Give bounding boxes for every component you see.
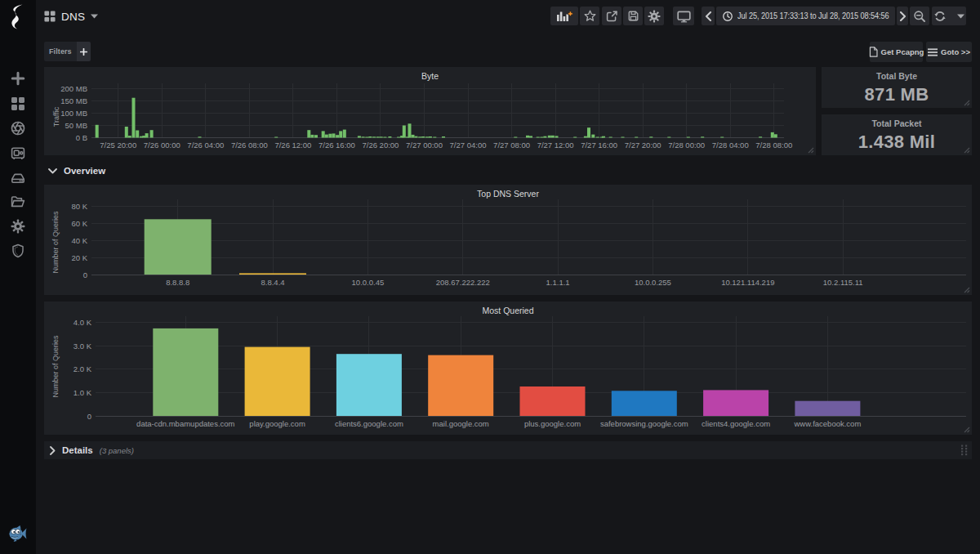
clock-icon: [722, 11, 733, 22]
panel-resize-handle[interactable]: [964, 100, 970, 106]
panel-resize-handle[interactable]: [964, 427, 970, 433]
panel-byte: Byte Traffic 7/25 20:007/26 00:007/26 04…: [44, 67, 816, 155]
chevron-down-icon: [48, 168, 57, 174]
svg-text:7/28 00:00: 7/28 00:00: [668, 141, 705, 150]
top-dns-server-chart[interactable]: 8.8.8.88.8.4.410.0.0.45208.67.222.2221.1…: [44, 185, 972, 295]
sidebar-item-dashboards[interactable]: [11, 96, 25, 111]
byte-chart[interactable]: 7/25 20:007/26 00:007/26 04:007/26 08:00…: [44, 67, 816, 155]
time-forward-button[interactable]: [897, 7, 908, 25]
dashboard-picker[interactable]: DNS: [44, 0, 98, 33]
add-panel-icon: [556, 10, 573, 22]
get-pcapng-button[interactable]: Get Pcapng: [870, 42, 923, 62]
grafana-dns-dashboard: DNS: [0, 0, 980, 554]
svg-text:7/25 20:00: 7/25 20:00: [100, 141, 136, 150]
dashboard-grid-icon: [44, 11, 56, 22]
svg-text:0 B: 0 B: [76, 133, 87, 142]
vault-icon: [11, 146, 25, 161]
share-button[interactable]: [602, 7, 621, 25]
star-icon: [584, 10, 596, 22]
sidebar-item-storage[interactable]: [11, 171, 25, 185]
dashboards-grid-icon: [11, 96, 25, 111]
stat-value-total-byte: 871 MB: [822, 84, 972, 105]
panel-resize-handle[interactable]: [964, 287, 970, 293]
plus-icon: [11, 71, 25, 86]
panel-most-queried: Most Queried Number of Queries data-cdn.…: [44, 302, 972, 435]
sidebar-item-snapshots[interactable]: [11, 121, 25, 136]
star-button[interactable]: [580, 7, 599, 25]
save-icon: [627, 10, 639, 22]
most-queried-chart[interactable]: data-cdn.mbamupdates.complay.google.comc…: [44, 302, 972, 435]
add-filter-button[interactable]: [77, 42, 91, 61]
svg-text:7/27 00:00: 7/27 00:00: [406, 141, 443, 150]
monitor-icon: [677, 10, 691, 23]
svg-text:200 MB: 200 MB: [60, 84, 87, 93]
fish-icon[interactable]: [7, 525, 29, 543]
shield-icon: [11, 243, 25, 258]
dashboard-title: DNS: [61, 11, 85, 23]
svg-text:7/26 04:00: 7/26 04:00: [187, 141, 224, 150]
row-details[interactable]: Details (3 panels): [44, 441, 972, 459]
cycle-view-button[interactable]: [673, 7, 694, 25]
settings-button[interactable]: [644, 7, 664, 25]
svg-text:150 MB: 150 MB: [60, 96, 87, 105]
refresh-button[interactable]: [932, 7, 966, 25]
sidebar-item-vault[interactable]: [11, 146, 25, 161]
svg-text:80 K: 80 K: [71, 202, 87, 211]
aperture-icon: [11, 121, 25, 136]
svg-text:7/27 20:00: 7/27 20:00: [625, 141, 662, 150]
svg-text:8.8.4.4: 8.8.4.4: [261, 278, 285, 287]
time-range-picker[interactable]: Jul 25, 2015 17:33:13 to Jul 28, 2015 08…: [716, 7, 895, 25]
goto-button[interactable]: Goto >>: [926, 42, 972, 62]
svg-text:10.0.0.45: 10.0.0.45: [352, 278, 385, 287]
caret-down-icon: [957, 14, 964, 19]
svg-text:7/26 00:00: 7/26 00:00: [144, 141, 180, 150]
get-pcapng-label: Get Pcapng: [881, 47, 924, 56]
svg-text:10.121.114.219: 10.121.114.219: [721, 278, 774, 287]
svg-text:10.0.0.255: 10.0.0.255: [635, 278, 671, 287]
panel-resize-handle[interactable]: [964, 147, 970, 154]
svg-text:20 K: 20 K: [71, 253, 87, 262]
plus-icon: [80, 48, 87, 56]
caret-down-icon: [91, 14, 98, 19]
chevron-left-icon: [705, 11, 712, 21]
stat-title-total-packet[interactable]: Total Packet: [822, 118, 972, 128]
add-panel-button[interactable]: [550, 7, 578, 25]
svg-text:10.2.115.11: 10.2.115.11: [823, 278, 863, 287]
svg-text:7/26 20:00: 7/26 20:00: [362, 141, 399, 150]
grafana-swirl-logo[interactable]: [7, 4, 29, 29]
svg-text:3.0 K: 3.0 K: [74, 342, 92, 351]
svg-text:40 K: 40 K: [71, 236, 87, 245]
row-overview[interactable]: Overview: [44, 161, 972, 181]
svg-text:208.67.222.222: 208.67.222.222: [436, 278, 490, 287]
svg-text:data-cdn.mbamupdates.com: data-cdn.mbamupdates.com: [136, 419, 234, 428]
time-range-label: Jul 25, 2015 17:33:13 to Jul 28, 2015 08…: [737, 11, 889, 20]
filters-chip[interactable]: Filters: [44, 42, 91, 61]
gear-icon: [648, 10, 661, 23]
stat-value-total-packet: 1.438 Mil: [822, 132, 972, 153]
refresh-icon: [933, 10, 947, 23]
row-details-panel-count: (3 panels): [100, 446, 134, 455]
svg-text:7/27 12:00: 7/27 12:00: [537, 141, 574, 150]
zoom-out-button[interactable]: [910, 7, 929, 25]
svg-text:plus.google.com: plus.google.com: [524, 419, 581, 428]
stat-title-total-byte[interactable]: Total Byte: [822, 71, 972, 81]
sidebar-item-files[interactable]: [11, 194, 25, 209]
panel-resize-handle[interactable]: [808, 147, 814, 154]
sidebar-item-configuration[interactable]: [11, 219, 25, 234]
svg-text:clients4.google.com: clients4.google.com: [702, 419, 770, 428]
row-drag-handle[interactable]: [960, 445, 969, 456]
filters-label: Filters: [44, 42, 77, 61]
sidebar: [0, 0, 36, 554]
file-icon: [869, 47, 878, 57]
svg-text:7/28 08:00: 7/28 08:00: [755, 141, 792, 150]
sidebar-item-admin[interactable]: [11, 243, 25, 258]
save-button[interactable]: [623, 7, 643, 25]
time-back-button[interactable]: [702, 7, 715, 25]
svg-text:7/27 08:00: 7/27 08:00: [493, 141, 530, 150]
goto-label: Goto >>: [941, 47, 970, 56]
sidebar-item-create[interactable]: [11, 71, 25, 86]
svg-text:7/28 04:00: 7/28 04:00: [712, 141, 749, 150]
svg-text:1.0 K: 1.0 K: [74, 388, 92, 397]
svg-text:7/26 08:00: 7/26 08:00: [231, 141, 268, 150]
row-overview-title: Overview: [64, 166, 105, 176]
